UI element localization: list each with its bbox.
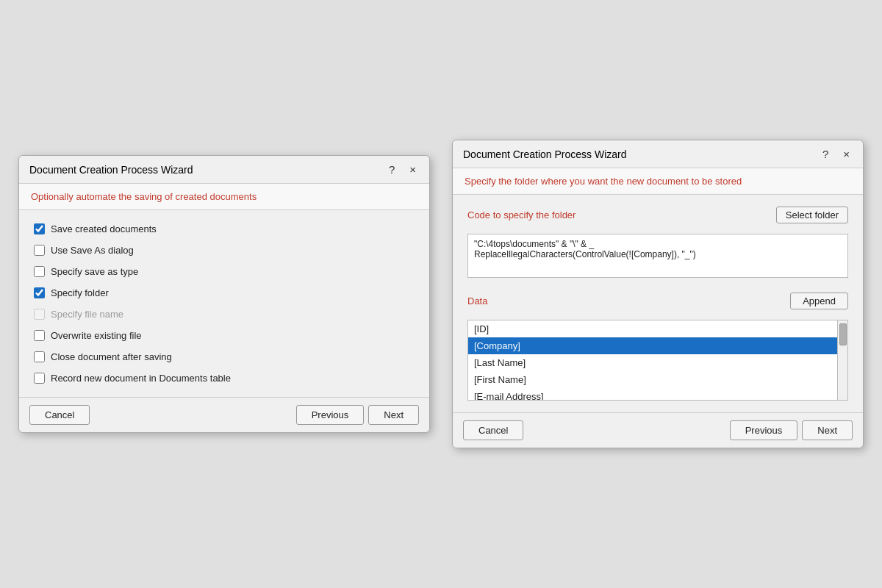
dialog-2-body: Code to specify the folder Select folder…: [453, 195, 863, 412]
dialog-2: Document Creation Process Wizard ? × Spe…: [452, 140, 864, 448]
dialog-1-close-button[interactable]: ×: [406, 163, 419, 176]
dialog-1-cancel-button[interactable]: Cancel: [29, 405, 90, 425]
dialog-1-footer-right: Previous Next: [296, 405, 419, 425]
checkbox-label-7[interactable]: Record new document in Documents table: [51, 373, 231, 384]
dialog-2-footer: Cancel Previous Next: [453, 412, 863, 448]
checkbox-label-2[interactable]: Specify save as type: [51, 266, 138, 277]
dialog-1: Document Creation Process Wizard ? × Opt…: [18, 155, 430, 433]
append-button[interactable]: Append: [790, 293, 848, 309]
checkbox-7[interactable]: [34, 373, 45, 384]
select-folder-button[interactable]: Select folder: [776, 207, 848, 223]
dialog-2-close-button[interactable]: ×: [840, 148, 853, 160]
checkbox-4: [34, 309, 45, 320]
dialog-2-title-actions: ? ×: [820, 148, 853, 160]
dialog-1-next-button[interactable]: Next: [368, 405, 419, 425]
checkbox-label-1[interactable]: Use Save As dialog: [51, 245, 134, 256]
dialog-1-footer: Cancel Previous Next: [19, 397, 429, 432]
dialog-2-previous-button[interactable]: Previous: [730, 420, 798, 440]
data-list-item-3[interactable]: [First Name]: [468, 371, 837, 388]
data-list-container: [ID][Company][Last Name][First Name][E-m…: [467, 320, 838, 401]
dialog-1-help-button[interactable]: ?: [386, 163, 398, 176]
scrollbar-thumb: [839, 323, 847, 345]
checkbox-row-4: Specify file name: [34, 307, 415, 321]
checkbox-0[interactable]: [34, 223, 45, 234]
checkbox-row-6: Close document after saving: [34, 350, 415, 364]
checkbox-1[interactable]: [34, 245, 45, 256]
dialog-1-previous-button[interactable]: Previous: [296, 405, 365, 425]
checkbox-label-5[interactable]: Overwrite existing file: [51, 330, 142, 341]
checkbox-row-2: Specify save as type: [34, 265, 415, 279]
checkbox-3[interactable]: [34, 287, 45, 298]
dialog-2-cancel-button[interactable]: Cancel: [463, 420, 523, 440]
dialog-2-titlebar: Document Creation Process Wizard ? ×: [453, 140, 863, 168]
checkbox-5[interactable]: [34, 330, 45, 341]
dialog-1-title-actions: ? ×: [386, 163, 419, 176]
dialog-2-footer-right: Previous Next: [730, 420, 853, 440]
checkbox-row-1: Use Save As dialog: [34, 243, 415, 257]
code-field-row: Code to specify the folder Select folder: [467, 207, 848, 223]
dialog-1-body: Save created documentsUse Save As dialog…: [19, 210, 429, 397]
data-list-item-2[interactable]: [Last Name]: [468, 354, 837, 371]
dialog-1-subtitle: Optionally automate the saving of create…: [19, 184, 429, 210]
checkbox-row-3: Specify folder: [34, 286, 415, 300]
dialog-2-title: Document Creation Process Wizard: [463, 148, 627, 160]
checkbox-label-0[interactable]: Save created documents: [51, 223, 157, 234]
checkbox-row-7: Record new document in Documents table: [34, 371, 415, 385]
data-list-item-1[interactable]: [Company]: [468, 337, 837, 354]
list-wrapper: [ID][Company][Last Name][First Name][E-m…: [467, 320, 848, 401]
checkbox-2[interactable]: [34, 266, 45, 277]
code-textarea[interactable]: [467, 234, 848, 278]
dialog-1-titlebar: Document Creation Process Wizard ? ×: [19, 156, 429, 184]
data-label: Data: [467, 295, 487, 306]
list-scrollbar[interactable]: [838, 320, 848, 401]
checkbox-label-3[interactable]: Specify folder: [51, 287, 109, 298]
data-list-item-4[interactable]: [E-mail Address]: [468, 388, 837, 401]
checkbox-row-5: Overwrite existing file: [34, 329, 415, 343]
data-list-item-0[interactable]: [ID]: [468, 320, 837, 337]
dialog-2-next-button[interactable]: Next: [802, 420, 853, 440]
checkbox-label-4: Specify file name: [51, 309, 123, 320]
checkbox-6[interactable]: [34, 351, 45, 362]
data-section-header: Data Append: [467, 293, 848, 309]
checkbox-row-0: Save created documents: [34, 222, 415, 236]
dialog-2-help-button[interactable]: ?: [820, 148, 831, 160]
checkbox-label-6[interactable]: Close document after saving: [51, 351, 172, 362]
dialog-1-title: Document Creation Process Wizard: [29, 164, 193, 176]
code-label: Code to specify the folder: [467, 209, 576, 220]
dialog-2-subtitle: Specify the folder where you want the ne…: [453, 168, 863, 195]
